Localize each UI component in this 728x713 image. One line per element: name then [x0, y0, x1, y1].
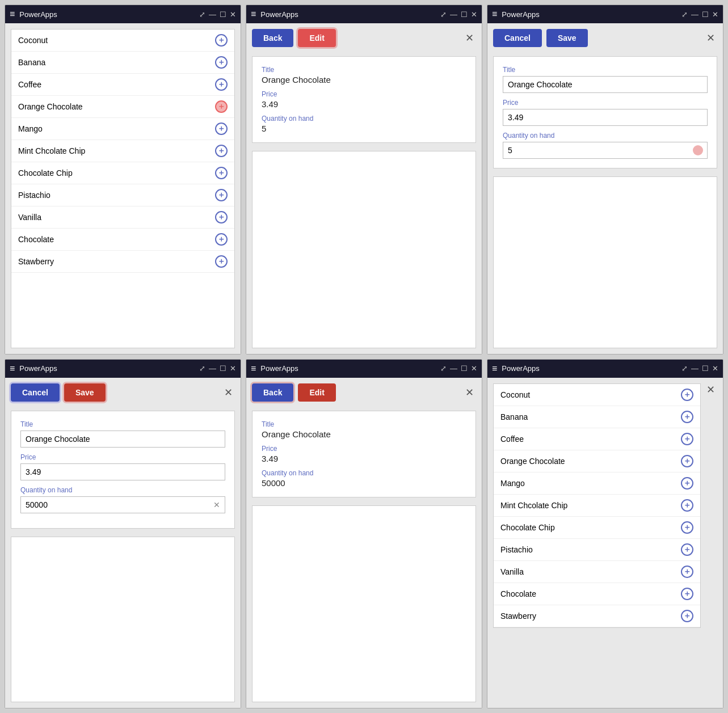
back-button-5[interactable]: Back	[252, 383, 293, 402]
expand-icon-6[interactable]: ⤢	[681, 364, 688, 373]
minimize-icon-4[interactable]: —	[209, 364, 216, 373]
item-nav-icon[interactable]: ＋	[215, 255, 228, 268]
item-nav-icon[interactable]: ＋	[215, 233, 228, 246]
item-nav-icon[interactable]: ＋	[681, 455, 693, 467]
price-label-3: Price	[503, 99, 708, 107]
list-item-orange-chocolate-1[interactable]: Orange Chocolate ＋	[11, 96, 234, 118]
maximize-icon-1[interactable]: ☐	[220, 10, 226, 19]
edit-button-2[interactable]: Edit	[298, 29, 335, 47]
form-close-4[interactable]: ✕	[222, 383, 235, 402]
item-name: Orange Chocolate	[18, 102, 83, 111]
list-item-chocchip-1[interactable]: Chocolate Chip ＋	[11, 162, 234, 184]
list-item-mint-6[interactable]: Mint Chcolate Chip ＋	[494, 495, 700, 517]
close-icon-3[interactable]: ✕	[712, 10, 718, 19]
expand-icon-5[interactable]: ⤢	[440, 364, 447, 373]
hamburger-icon-5[interactable]: ≡	[251, 364, 256, 374]
cancel-button-4[interactable]: Cancel	[11, 383, 60, 402]
detail-close-2[interactable]: ✕	[463, 29, 476, 47]
item-nav-icon[interactable]: ＋	[681, 389, 693, 401]
save-button-4[interactable]: Save	[64, 383, 106, 402]
list-item-strawberry-1[interactable]: Stawberry ＋	[11, 251, 234, 273]
item-nav-icon[interactable]: ＋	[215, 34, 228, 47]
maximize-icon-6[interactable]: ☐	[702, 364, 709, 373]
expand-icon-1[interactable]: ⤢	[199, 10, 205, 19]
price-input-4[interactable]	[20, 463, 225, 480]
list-close-6[interactable]: ✕	[704, 383, 717, 396]
list-item-mint-1[interactable]: Mint Chcolate Chip ＋	[11, 140, 234, 162]
title-input-3[interactable]	[503, 76, 708, 93]
list-item-coconut-6[interactable]: Coconut ＋	[494, 384, 700, 406]
item-nav-icon[interactable]: ＋	[681, 543, 693, 556]
cancel-button-3[interactable]: Cancel	[493, 29, 542, 47]
item-nav-icon[interactable]: ＋	[681, 610, 693, 622]
list-item-banana-6[interactable]: Banana ＋	[494, 406, 700, 428]
edit-button-5[interactable]: Edit	[298, 383, 335, 402]
list-item-coconut-1[interactable]: Coconut ＋	[11, 29, 234, 52]
expand-icon-2[interactable]: ⤢	[440, 10, 447, 19]
close-icon-4[interactable]: ✕	[230, 364, 236, 373]
item-nav-icon[interactable]: ＋	[215, 189, 228, 201]
maximize-icon-3[interactable]: ☐	[702, 10, 709, 19]
list-item-chocolate-1[interactable]: Chocolate ＋	[11, 229, 234, 251]
list-item-strawberry-6[interactable]: Stawberry ＋	[494, 605, 700, 627]
list-item-mango-6[interactable]: Mango ＋	[494, 472, 700, 495]
item-nav-icon[interactable]: ＋	[215, 145, 228, 157]
item-name: Mint Chcolate Chip	[18, 146, 85, 155]
list-item-chocolate-6[interactable]: Chocolate ＋	[494, 583, 700, 605]
hamburger-icon-4[interactable]: ≡	[10, 364, 15, 374]
item-nav-icon-highlighted[interactable]: ＋	[215, 100, 228, 113]
list-item-coffee-1[interactable]: Coffee ＋	[11, 74, 234, 96]
list-item-chocchip-6[interactable]: Chocolate Chip ＋	[494, 517, 700, 539]
price-input-3[interactable]	[503, 109, 708, 126]
item-name: Coconut	[500, 390, 530, 399]
item-nav-icon[interactable]: ＋	[681, 411, 693, 423]
close-icon-2[interactable]: ✕	[471, 10, 477, 19]
close-icon-1[interactable]: ✕	[230, 10, 236, 19]
item-nav-icon[interactable]: ＋	[681, 521, 693, 534]
minimize-icon-5[interactable]: —	[450, 364, 457, 373]
detail-card-5: Title Orange Chocolate Price 3.49 Quanti…	[252, 411, 476, 497]
title-input-4[interactable]	[20, 431, 225, 448]
close-icon-5[interactable]: ✕	[471, 364, 477, 373]
minimize-icon-1[interactable]: —	[209, 10, 216, 19]
list-item-mango-1[interactable]: Mango ＋	[11, 118, 234, 140]
list-item-vanilla-1[interactable]: Vanilla ＋	[11, 206, 234, 229]
list-item-pistachio-6[interactable]: Pistachio ＋	[494, 539, 700, 561]
item-nav-icon[interactable]: ＋	[681, 566, 693, 578]
item-nav-icon[interactable]: ＋	[681, 499, 693, 512]
detail-close-5[interactable]: ✕	[463, 383, 476, 402]
hamburger-icon-1[interactable]: ≡	[10, 9, 15, 19]
qty-value-2: 5	[262, 124, 466, 133]
hamburger-icon-2[interactable]: ≡	[251, 9, 256, 19]
item-nav-icon[interactable]: ＋	[215, 78, 228, 91]
qty-input-4[interactable]	[26, 497, 213, 513]
minimize-icon-3[interactable]: —	[691, 10, 698, 19]
back-button-2[interactable]: Back	[252, 29, 293, 47]
item-nav-icon[interactable]: ＋	[681, 588, 693, 600]
expand-icon-3[interactable]: ⤢	[681, 10, 688, 19]
hamburger-icon-6[interactable]: ≡	[492, 364, 497, 374]
item-nav-icon[interactable]: ＋	[681, 477, 693, 490]
item-nav-icon[interactable]: ＋	[215, 167, 228, 179]
item-nav-icon[interactable]: ＋	[215, 123, 228, 135]
list-item-banana-1[interactable]: Banana ＋	[11, 52, 234, 74]
close-icon-6[interactable]: ✕	[712, 364, 718, 373]
minimize-icon-2[interactable]: —	[450, 10, 457, 19]
maximize-icon-2[interactable]: ☐	[461, 10, 468, 19]
list-item-orange-choc-6[interactable]: Orange Chocolate ＋	[494, 450, 700, 472]
qty-input-3[interactable]	[503, 142, 708, 159]
expand-icon-4[interactable]: ⤢	[199, 364, 205, 373]
save-button-3[interactable]: Save	[546, 29, 588, 47]
minimize-icon-6[interactable]: —	[691, 364, 698, 373]
item-nav-icon[interactable]: ＋	[681, 433, 693, 445]
qty-clear-icon-4[interactable]: ✕	[213, 500, 220, 509]
hamburger-icon-3[interactable]: ≡	[492, 9, 497, 19]
maximize-icon-5[interactable]: ☐	[461, 364, 468, 373]
list-item-pistachio-1[interactable]: Pistachio ＋	[11, 184, 234, 206]
form-close-3[interactable]: ✕	[704, 29, 717, 47]
maximize-icon-4[interactable]: ☐	[220, 364, 226, 373]
item-nav-icon[interactable]: ＋	[215, 211, 228, 223]
list-item-coffee-6[interactable]: Coffee ＋	[494, 428, 700, 450]
item-nav-icon[interactable]: ＋	[215, 56, 228, 69]
list-item-vanilla-6[interactable]: Vanilla ＋	[494, 561, 700, 583]
